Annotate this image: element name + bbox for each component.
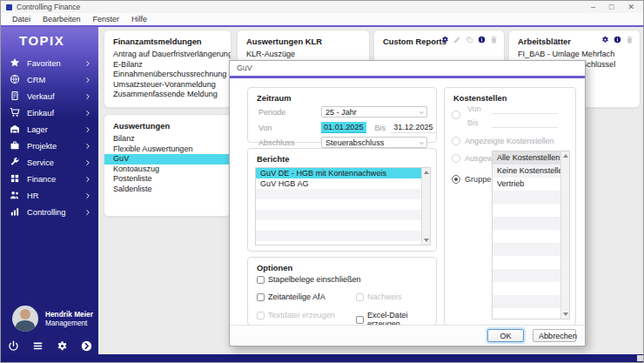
list-item[interactable]: KLR-Auszüge <box>238 50 369 60</box>
periode-select[interactable]: 25 - Jahr <box>321 106 427 118</box>
user-profile[interactable]: Hendrik Meier Management <box>12 306 93 332</box>
sidebar-item[interactable]: Lager <box>1 121 98 138</box>
sidebar-item-label: Einkauf <box>27 109 54 118</box>
sidebar-item[interactable]: Controlling <box>1 204 98 220</box>
list-item[interactable]: FI_BAB - Umlage Mehrfach <box>509 50 640 60</box>
globe-icon <box>10 74 21 85</box>
group-optionen: Optionen Stapelbelege einschließen Zeita… <box>247 257 437 326</box>
von-input[interactable]: 01.01.2025 <box>321 122 366 133</box>
kst-bis-label: Bis <box>467 118 492 127</box>
info-icon[interactable] <box>614 36 621 44</box>
sidebar-item[interactable]: CRM <box>1 71 98 88</box>
chevron-right-icon <box>84 159 91 166</box>
power-icon[interactable] <box>8 340 19 352</box>
checkbox-stapelbelege[interactable]: Stapelbelege einschließen <box>257 275 361 284</box>
scrollbar[interactable] <box>421 168 430 245</box>
list-item[interactable]: Kontoauszug <box>104 165 231 175</box>
dialog-footer: OK Abbrechen <box>230 325 585 346</box>
radio-icon <box>452 137 460 145</box>
menu-item[interactable]: Hilfe <box>125 13 153 25</box>
gruppe-item[interactable]: Alle Kostenstellen <box>493 151 560 165</box>
sidebar-item[interactable]: Verkauf <box>1 88 98 104</box>
checkbox-zeitanteilige-afa[interactable]: Zeitanteilige AfA <box>257 292 325 301</box>
scroll-up-icon[interactable] <box>563 154 568 158</box>
sidebar-item[interactable]: HR <box>1 187 98 204</box>
dialog-accent-line <box>230 76 585 78</box>
gear-icon[interactable] <box>601 36 609 44</box>
menu-item[interactable]: Fenster <box>87 13 126 25</box>
cancel-button[interactable]: Abbrechen <box>533 329 576 342</box>
star-icon <box>10 57 21 69</box>
von-label: Von <box>258 124 321 132</box>
list-item[interactable]: Bilanz <box>104 134 231 145</box>
abschluss-select[interactable]: Steuerabschluss <box>321 137 427 148</box>
scroll-down-icon[interactable] <box>424 239 429 242</box>
ok-button[interactable]: OK <box>487 329 524 342</box>
bericht-item[interactable]: GuV DE - HGB mit Kontennachweis <box>256 168 421 178</box>
menu-item[interactable]: Bearbeiten <box>37 13 87 25</box>
sidebar-item[interactable]: Finance <box>1 171 98 187</box>
list-item[interactable]: Flexible Auswertungen <box>104 145 231 155</box>
bericht-item[interactable]: GuV HGB AG <box>256 178 421 189</box>
user-name: Hendrik Meier <box>45 310 93 319</box>
panel-auswertungen: Auswertungen BilanzFlexible Auswertungen… <box>104 114 231 217</box>
periode-label: Periode <box>258 108 321 117</box>
menu-icon[interactable] <box>32 340 44 352</box>
menu-item[interactable]: Datei <box>6 13 37 25</box>
bis-label: Bis <box>375 124 386 132</box>
gear-icon[interactable] <box>57 340 68 352</box>
chevron-right-icon <box>84 176 91 183</box>
sidebar-item[interactable]: Projekte <box>1 138 98 154</box>
radio-label: Angezeigte Kostenstellen <box>465 137 554 145</box>
maximize-button[interactable]: □ <box>609 1 614 13</box>
scroll-down-icon[interactable] <box>563 313 568 316</box>
radio-label: Gruppe <box>465 175 491 184</box>
scroll-up-icon[interactable] <box>424 171 429 174</box>
sidebar-item[interactable]: Favoriten <box>1 55 98 71</box>
scrollbar[interactable] <box>560 151 569 319</box>
list-item[interactable]: Saldenliste <box>104 185 231 195</box>
panel-finanzamtsmeldungen: Finanzamtsmeldungen Antrag auf Dauerfris… <box>104 30 231 108</box>
gruppe-item[interactable]: Keine Kostenstelle <box>493 165 560 178</box>
info-icon[interactable] <box>478 36 486 44</box>
checkbox-textdatei: Textdatei erzeugen <box>257 311 335 319</box>
sidebar-actions <box>1 340 98 352</box>
chevron-right-icon <box>84 60 91 67</box>
minimize-button[interactable]: – <box>591 1 595 13</box>
window-title: Controlling Finance <box>17 3 80 11</box>
list-item[interactable]: Umsatzsteuer-Voranmeldung <box>104 80 231 91</box>
abschluss-label: Abschluss <box>258 138 321 147</box>
sidebar-item-label: Controlling <box>27 208 65 217</box>
wrench-icon <box>10 157 21 168</box>
list-item[interactable]: GuV <box>104 154 231 165</box>
sidebar-item-label: Verkauf <box>27 92 55 101</box>
duplicate-icon[interactable] <box>466 36 473 44</box>
group-zeitraum: Zeitraum Periode 25 - Jahr Von 01.01.202… <box>247 87 437 143</box>
chevron-right-icon <box>84 93 91 100</box>
trash-icon[interactable] <box>626 36 634 44</box>
gruppe-item[interactable]: Vertrieb <box>493 178 560 191</box>
kst-von-input <box>492 104 558 114</box>
checkbox-icon <box>257 276 265 284</box>
arrow-circle-icon[interactable] <box>81 340 92 352</box>
gear-icon[interactable] <box>441 36 449 44</box>
group-title: Zeitraum <box>257 93 436 103</box>
sidebar-item[interactable]: Service <box>1 154 98 171</box>
list-item[interactable]: Zusammenfassende Meldung <box>104 90 231 100</box>
pencil-icon[interactable] <box>453 36 461 44</box>
list-item[interactable]: Einnahmenüberschussrechnung <box>104 70 231 80</box>
list-item[interactable]: Postenliste <box>104 174 231 185</box>
bis-input[interactable]: 31.12.2025 <box>391 122 436 133</box>
list-item[interactable]: Antrag auf Dauerfristverlängerung <box>104 50 231 60</box>
sidebar-item[interactable]: Einkauf <box>1 104 98 121</box>
list-item[interactable]: E-Bilanz <box>104 60 231 71</box>
trash-icon[interactable] <box>490 36 498 44</box>
chevron-right-icon <box>84 209 91 216</box>
close-button[interactable]: ✕ <box>627 1 634 13</box>
chevron-right-icon <box>84 192 91 199</box>
radio-gruppe[interactable]: Gruppe <box>452 175 491 184</box>
checkbox-label: Stapelbelege einschließen <box>268 275 361 284</box>
kst-bis-input <box>492 118 558 128</box>
group-title: Berichte <box>257 154 436 164</box>
scroll-corner[interactable] <box>637 355 643 361</box>
